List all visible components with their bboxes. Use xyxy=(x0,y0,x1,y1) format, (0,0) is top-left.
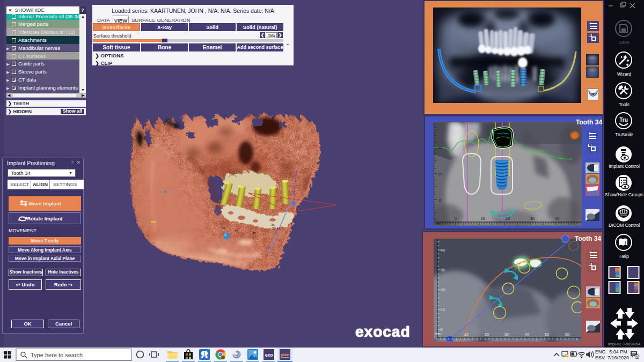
svg-text:0: 0 xyxy=(439,198,441,202)
svg-text:43: 43 xyxy=(252,232,256,235)
svg-text:36: 36 xyxy=(271,223,275,226)
svg-text:5: 5 xyxy=(636,355,638,359)
svg-text:40: 40 xyxy=(441,248,445,252)
svg-text:TruSmile: TruSmile xyxy=(615,132,633,137)
svg-text:Type here to search: Type here to search xyxy=(31,352,83,358)
svg-text:5:04 PM: 5:04 PM xyxy=(609,349,627,354)
svg-text:40: 40 xyxy=(555,217,559,220)
svg-text:10: 10 xyxy=(464,333,469,336)
svg-text:0: 0 xyxy=(455,217,457,220)
svg-text:50: 50 xyxy=(545,333,549,336)
svg-text:exo: exo xyxy=(265,352,273,358)
svg-text:20: 20 xyxy=(485,333,489,336)
svg-text:Show/Hide Groups: Show/Hide Groups xyxy=(605,192,643,197)
svg-text:60: 60 xyxy=(565,333,569,336)
svg-text:10: 10 xyxy=(481,217,485,220)
svg-text:DICOM Control: DICOM Control xyxy=(609,223,640,228)
svg-text:20: 20 xyxy=(441,288,445,292)
svg-text:ESV: ESV xyxy=(595,355,605,360)
svg-text:Save: Save xyxy=(619,40,630,45)
svg-text:40: 40 xyxy=(525,333,529,336)
svg-text:Tru: Tru xyxy=(619,117,628,123)
svg-text:33 41: 33 41 xyxy=(272,227,281,230)
svg-text:44: 44 xyxy=(235,229,238,232)
svg-text:30: 30 xyxy=(530,217,535,220)
svg-text:40: 40 xyxy=(222,226,225,230)
svg-text:Tools: Tools xyxy=(619,102,630,107)
svg-text:Wizard: Wizard xyxy=(617,71,632,77)
svg-text:20: 20 xyxy=(506,217,510,220)
svg-text:10: 10 xyxy=(441,308,445,312)
svg-text:ENG: ENG xyxy=(595,349,606,354)
svg-text:mm: mm xyxy=(435,332,441,336)
svg-text:20: 20 xyxy=(438,146,442,150)
svg-text:0: 0 xyxy=(441,328,443,331)
svg-text:plan: plan xyxy=(281,352,290,357)
svg-text:Impl-v2.3-6894/64: Impl-v2.3-6894/64 xyxy=(608,342,640,346)
svg-text:mm: mm xyxy=(435,222,441,226)
svg-text:7/16/2020: 7/16/2020 xyxy=(608,355,629,360)
svg-text:30: 30 xyxy=(504,333,509,336)
svg-text:Implant Control: Implant Control xyxy=(609,164,640,169)
svg-text:Help: Help xyxy=(619,254,629,259)
svg-text:30: 30 xyxy=(441,268,445,272)
svg-text:10: 10 xyxy=(438,172,442,176)
